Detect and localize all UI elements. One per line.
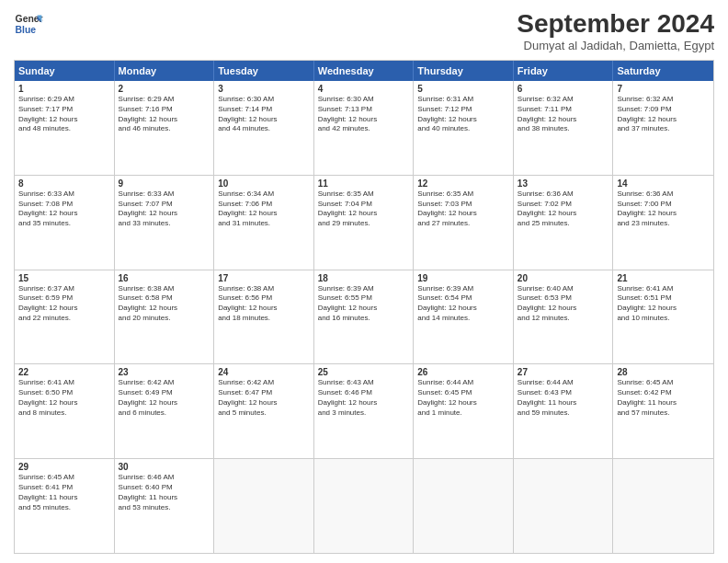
sunrise-text: Sunrise: 6:37 AM: [18, 284, 110, 294]
daylight-text-2: and 14 minutes.: [417, 314, 509, 324]
cal-week-4: 22Sunrise: 6:41 AMSunset: 6:50 PMDayligh…: [15, 364, 713, 459]
daylight-text-1: Daylight: 12 hours: [119, 209, 210, 219]
day-number: 24: [218, 367, 310, 377]
daylight-text-1: Daylight: 12 hours: [518, 115, 609, 125]
sunrise-text: Sunrise: 6:41 AM: [18, 378, 110, 388]
day-number: 6: [518, 84, 609, 94]
cal-header-friday: Friday: [514, 61, 614, 81]
logo-icon: General Blue: [14, 9, 43, 39]
day-number: 29: [18, 462, 110, 472]
day-number: 7: [617, 84, 710, 94]
cal-cell-day-10: 10Sunrise: 6:34 AMSunset: 7:06 PMDayligh…: [214, 176, 314, 270]
sunset-text: Sunset: 7:08 PM: [18, 200, 110, 210]
daylight-text-2: and 57 minutes.: [617, 408, 710, 419]
sunset-text: Sunset: 7:14 PM: [218, 105, 310, 115]
day-number: 25: [318, 367, 410, 377]
daylight-text-1: Daylight: 12 hours: [417, 304, 509, 314]
daylight-text-2: and 6 minutes.: [119, 408, 210, 419]
daylight-text-2: and 29 minutes.: [318, 219, 410, 229]
sunrise-text: Sunrise: 6:40 AM: [518, 284, 609, 294]
cal-cell-day-1: 1Sunrise: 6:29 AMSunset: 7:17 PMDaylight…: [15, 81, 115, 175]
sunset-text: Sunset: 7:09 PM: [617, 105, 710, 115]
sunset-text: Sunset: 6:55 PM: [318, 293, 410, 304]
daylight-text-1: Daylight: 12 hours: [617, 209, 710, 219]
daylight-text-1: Daylight: 12 hours: [518, 209, 609, 219]
cal-cell-day-27: 27Sunrise: 6:44 AMSunset: 6:43 PMDayligh…: [514, 364, 614, 458]
cal-cell-day-9: 9Sunrise: 6:33 AMSunset: 7:07 PMDaylight…: [115, 176, 215, 270]
daylight-text-2: and 25 minutes.: [518, 219, 609, 229]
sunset-text: Sunset: 6:50 PM: [18, 388, 110, 398]
cal-cell-day-6: 6Sunrise: 6:32 AMSunset: 7:11 PMDaylight…: [514, 81, 614, 175]
cal-cell-day-7: 7Sunrise: 6:32 AMSunset: 7:09 PMDaylight…: [613, 81, 713, 175]
day-number: 3: [218, 84, 310, 94]
cal-cell-day-3: 3Sunrise: 6:30 AMSunset: 7:14 PMDaylight…: [214, 81, 314, 175]
daylight-text-2: and 3 minutes.: [318, 408, 410, 419]
sunrise-text: Sunrise: 6:30 AM: [318, 95, 410, 105]
cal-header-monday: Monday: [115, 61, 215, 81]
cal-cell-empty: [514, 459, 614, 553]
daylight-text-1: Daylight: 12 hours: [218, 115, 310, 125]
sunset-text: Sunset: 7:03 PM: [417, 200, 509, 210]
sunrise-text: Sunrise: 6:43 AM: [318, 378, 410, 388]
cal-cell-day-30: 30Sunrise: 6:46 AMSunset: 6:40 PMDayligh…: [115, 459, 215, 553]
daylight-text-2: and 12 minutes.: [518, 314, 609, 324]
sunset-text: Sunset: 6:58 PM: [119, 293, 210, 304]
sunrise-text: Sunrise: 6:34 AM: [218, 190, 310, 200]
cal-cell-day-19: 19Sunrise: 6:39 AMSunset: 6:54 PMDayligh…: [414, 270, 514, 364]
sunset-text: Sunset: 6:59 PM: [18, 293, 110, 304]
cal-cell-day-14: 14Sunrise: 6:36 AMSunset: 7:00 PMDayligh…: [613, 176, 713, 270]
cal-week-1: 1Sunrise: 6:29 AMSunset: 7:17 PMDaylight…: [15, 81, 713, 176]
cal-cell-empty: [613, 459, 713, 553]
cal-week-3: 15Sunrise: 6:37 AMSunset: 6:59 PMDayligh…: [15, 270, 713, 365]
daylight-text-2: and 5 minutes.: [218, 408, 310, 419]
daylight-text-1: Daylight: 12 hours: [617, 115, 710, 125]
daylight-text-1: Daylight: 12 hours: [119, 398, 210, 408]
cal-header-wednesday: Wednesday: [314, 61, 415, 81]
cal-week-2: 8Sunrise: 6:33 AMSunset: 7:08 PMDaylight…: [15, 176, 713, 270]
day-number: 1: [18, 84, 110, 94]
cal-cell-day-20: 20Sunrise: 6:40 AMSunset: 6:53 PMDayligh…: [514, 270, 614, 364]
day-number: 22: [18, 367, 110, 377]
day-number: 13: [518, 178, 609, 189]
daylight-text-2: and 46 minutes.: [119, 124, 210, 134]
sunset-text: Sunset: 6:53 PM: [518, 293, 609, 304]
day-number: 12: [417, 178, 509, 189]
daylight-text-2: and 40 minutes.: [417, 124, 509, 134]
day-number: 26: [417, 367, 509, 377]
cal-cell-day-29: 29Sunrise: 6:45 AMSunset: 6:41 PMDayligh…: [15, 459, 115, 553]
day-number: 27: [518, 367, 609, 377]
sunset-text: Sunset: 7:00 PM: [617, 200, 710, 210]
sunset-text: Sunset: 7:16 PM: [119, 105, 210, 115]
sunset-text: Sunset: 6:42 PM: [617, 388, 710, 398]
location-subtitle: Dumyat al Jadidah, Damietta, Egypt: [517, 39, 714, 52]
daylight-text-2: and 8 minutes.: [18, 408, 110, 419]
sunrise-text: Sunrise: 6:36 AM: [617, 190, 710, 200]
daylight-text-1: Daylight: 12 hours: [417, 398, 509, 408]
daylight-text-2: and 38 minutes.: [518, 124, 609, 134]
daylight-text-1: Daylight: 12 hours: [318, 209, 410, 219]
day-number: 17: [218, 273, 310, 283]
cal-cell-day-4: 4Sunrise: 6:30 AMSunset: 7:13 PMDaylight…: [314, 81, 415, 175]
cal-cell-day-8: 8Sunrise: 6:33 AMSunset: 7:08 PMDaylight…: [15, 176, 115, 270]
day-number: 21: [617, 273, 710, 283]
sunset-text: Sunset: 6:40 PM: [119, 483, 210, 493]
cal-cell-day-28: 28Sunrise: 6:45 AMSunset: 6:42 PMDayligh…: [613, 364, 713, 458]
day-number: 16: [119, 273, 210, 283]
daylight-text-1: Daylight: 12 hours: [318, 398, 410, 408]
day-number: 4: [318, 84, 410, 94]
sunset-text: Sunset: 7:12 PM: [417, 105, 509, 115]
sunrise-text: Sunrise: 6:35 AM: [417, 190, 509, 200]
daylight-text-2: and 33 minutes.: [119, 219, 210, 229]
daylight-text-2: and 53 minutes.: [119, 503, 210, 513]
day-number: 8: [18, 178, 110, 189]
day-number: 23: [119, 367, 210, 377]
sunset-text: Sunset: 6:47 PM: [218, 388, 310, 398]
daylight-text-2: and 44 minutes.: [218, 124, 310, 134]
daylight-text-1: Daylight: 12 hours: [18, 398, 110, 408]
day-number: 15: [18, 273, 110, 283]
daylight-text-2: and 42 minutes.: [318, 124, 410, 134]
logo: General Blue: [14, 9, 43, 39]
sunrise-text: Sunrise: 6:41 AM: [617, 284, 710, 294]
month-title: September 2024: [517, 9, 714, 39]
cal-cell-day-12: 12Sunrise: 6:35 AMSunset: 7:03 PMDayligh…: [414, 176, 514, 270]
